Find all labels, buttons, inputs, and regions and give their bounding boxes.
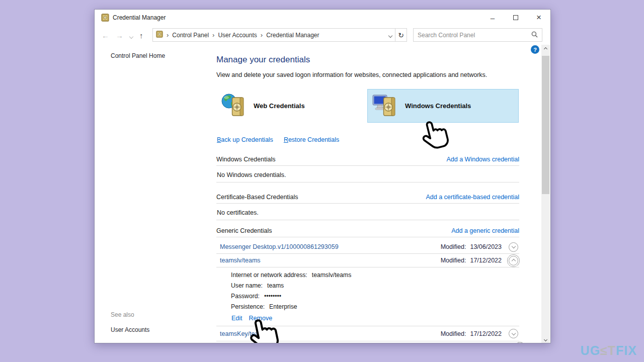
modified-label: Modified:17/12/2022 bbox=[441, 330, 502, 337]
web-credentials-tile[interactable]: Web Credentials bbox=[216, 89, 367, 123]
minimize-button[interactable]: – bbox=[481, 10, 504, 26]
edit-link[interactable]: Edit bbox=[231, 315, 243, 322]
up-icon[interactable]: ↑ bbox=[139, 31, 143, 40]
credential-manager-window: Credential Manager – × ← → ↑ › Co bbox=[94, 9, 551, 343]
credential-name-link[interactable]: teamsKey/tea bbox=[220, 330, 441, 337]
chevron-up-icon bbox=[511, 259, 515, 263]
expand-button-partial[interactable] bbox=[515, 342, 525, 343]
remove-link[interactable]: Remove bbox=[249, 315, 273, 322]
windows-credentials-tile[interactable]: Windows Credentials bbox=[367, 89, 519, 123]
password-mask: •••••••• bbox=[264, 293, 281, 300]
ugetfix-watermark: UG≤TFIX bbox=[581, 343, 637, 358]
chevron-down-icon bbox=[511, 244, 515, 248]
minimize-icon: – bbox=[491, 14, 495, 22]
certificate-credentials-section-header: Certificate-Based Credentials Add a cert… bbox=[216, 194, 519, 204]
add-certificate-credential-link[interactable]: Add a certificate-based credential bbox=[426, 194, 519, 201]
web-credentials-label: Web Credentials bbox=[254, 102, 305, 110]
back-up-credentials-link[interactable]: Back up Credentials bbox=[217, 136, 273, 143]
help-button[interactable]: ? bbox=[531, 45, 539, 54]
credential-row-teamslv[interactable]: teamslv/teams Modified:17/12/2022 bbox=[216, 254, 519, 267]
breadcrumb-separator-icon: › bbox=[167, 31, 169, 39]
add-windows-credential-link[interactable]: Add a Windows credential bbox=[446, 156, 519, 163]
search-box bbox=[413, 28, 542, 42]
expand-button[interactable] bbox=[509, 329, 518, 338]
restore-credentials-link[interactable]: Restore Credentials bbox=[284, 136, 339, 143]
credential-name-link[interactable]: Messenger Desktop.v1/100000861293059 bbox=[220, 243, 441, 250]
window-title: Credential Manager bbox=[113, 10, 166, 26]
close-icon: × bbox=[536, 13, 541, 23]
breadcrumb-item-user-accounts[interactable]: User Accounts bbox=[218, 32, 257, 39]
scroll-up-icon[interactable] bbox=[541, 45, 550, 53]
breadcrumb-app-icon bbox=[156, 31, 163, 39]
modified-date: 17/12/2022 bbox=[470, 330, 502, 337]
windows-credentials-label: Windows Credentials bbox=[405, 102, 471, 110]
scrollbar-thumb[interactable] bbox=[542, 56, 549, 194]
chevron-down-icon bbox=[511, 331, 515, 335]
page-subtitle: View and delete your saved logon informa… bbox=[216, 71, 487, 78]
section-title: Windows Credentials bbox=[216, 156, 275, 163]
expand-button[interactable] bbox=[509, 242, 518, 252]
sidebar-item-user-accounts[interactable]: User Accounts bbox=[111, 326, 149, 333]
breadcrumb[interactable]: › Control Panel › User Accounts › Creden… bbox=[152, 28, 395, 42]
breadcrumb-item-control-panel[interactable]: Control Panel bbox=[172, 32, 209, 39]
maximize-button[interactable] bbox=[504, 10, 527, 26]
credential-manager-icon bbox=[101, 14, 109, 24]
scroll-down-icon[interactable] bbox=[541, 335, 550, 343]
credential-row-messenger[interactable]: Messenger Desktop.v1/100000861293059 Mod… bbox=[216, 240, 519, 254]
help-icon: ? bbox=[533, 47, 537, 53]
search-input[interactable] bbox=[414, 32, 531, 39]
add-generic-credential-link[interactable]: Add a generic credential bbox=[451, 227, 519, 234]
credential-name-link[interactable]: teamslv/teams bbox=[220, 257, 441, 264]
modified-label: Modified:13/06/2023 bbox=[441, 243, 502, 250]
certificate-credentials-empty: No certificates. bbox=[216, 205, 519, 220]
detail-address: Internet or network address:teamslv/team… bbox=[231, 272, 351, 279]
windows-credentials-icon bbox=[372, 93, 398, 119]
back-icon[interactable]: ← bbox=[102, 31, 109, 40]
modified-date: 13/06/2023 bbox=[470, 243, 502, 250]
modified-label: Modified:17/12/2022 bbox=[441, 257, 502, 264]
navigation-bar: ← → ↑ › Control Panel › User Accounts › … bbox=[95, 26, 550, 45]
close-button[interactable]: × bbox=[527, 10, 550, 26]
sidebar-item-control-panel-home[interactable]: Control Panel Home bbox=[111, 52, 165, 59]
scrollbar[interactable] bbox=[541, 45, 550, 343]
detail-persistence: Persistence:Enterprise bbox=[231, 303, 297, 310]
hand-cursor-icon bbox=[420, 119, 451, 154]
title-bar: Credential Manager – × bbox=[95, 10, 550, 26]
windows-credentials-section-header: Windows Credentials Add a Windows creden… bbox=[216, 156, 519, 166]
detail-username: User name:teams bbox=[231, 282, 284, 289]
credential-actions: Back up Credentials Restore Credentials bbox=[217, 136, 339, 143]
page-title: Manage your credentials bbox=[216, 55, 310, 65]
generic-credentials-section-header: Generic Credentials Add a generic creden… bbox=[216, 227, 519, 237]
forward-icon[interactable]: → bbox=[116, 31, 123, 40]
collapse-button[interactable] bbox=[509, 256, 518, 265]
breadcrumb-separator-icon: › bbox=[212, 31, 214, 39]
windows-credentials-empty: No Windows credentials. bbox=[216, 167, 519, 183]
breadcrumb-separator-icon: › bbox=[261, 31, 263, 39]
history-dropdown-icon[interactable] bbox=[130, 31, 133, 40]
refresh-button[interactable]: ↻ bbox=[395, 28, 407, 42]
refresh-icon: ↻ bbox=[398, 31, 404, 39]
section-title: Certificate-Based Credentials bbox=[216, 194, 298, 201]
search-icon[interactable] bbox=[531, 31, 538, 40]
web-credentials-icon bbox=[220, 93, 247, 119]
breadcrumb-item-credential-manager[interactable]: Credential Manager bbox=[266, 32, 319, 39]
credential-row-teamskey[interactable]: teamsKey/tea Modified:17/12/2022 bbox=[216, 326, 519, 341]
section-title: Generic Credentials bbox=[216, 227, 272, 234]
see-also-label: See also bbox=[111, 311, 134, 318]
maximize-icon bbox=[513, 15, 518, 20]
credential-details: Internet or network address:teamslv/team… bbox=[216, 267, 519, 326]
modified-date: 17/12/2022 bbox=[470, 257, 502, 264]
detail-password: Password:•••••••• bbox=[231, 293, 281, 300]
breadcrumb-dropdown-icon[interactable] bbox=[389, 32, 392, 39]
